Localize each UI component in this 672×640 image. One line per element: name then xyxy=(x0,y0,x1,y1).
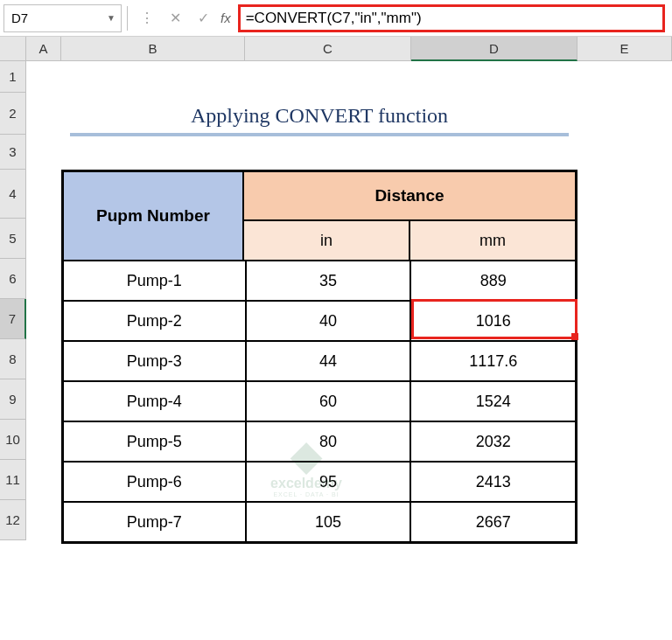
formula-bar: D7 ▼ ⋮ ✕ ✓ fx =CONVERT(C7,"in","mm") xyxy=(0,0,672,37)
fx-icon[interactable]: fx xyxy=(220,10,231,25)
cell-mm[interactable]: 2032 xyxy=(410,421,576,462)
cell-pump[interactable]: Pump-4 xyxy=(63,381,246,421)
cell-mm[interactable]: 2413 xyxy=(410,462,576,502)
row-header-4[interactable]: 4 xyxy=(0,170,26,219)
row-header-8[interactable]: 8 xyxy=(0,339,26,379)
row-header-12[interactable]: 12 xyxy=(0,500,26,540)
row-header-7[interactable]: 7 xyxy=(0,299,26,339)
header-unit-in[interactable]: in xyxy=(243,220,410,261)
row-header-5[interactable]: 5 xyxy=(0,219,26,259)
name-box[interactable]: D7 ▼ xyxy=(4,4,122,32)
cancel-icon[interactable]: ✕ xyxy=(161,4,189,32)
cell-mm-active[interactable]: 1016 xyxy=(410,301,576,341)
row-header-10[interactable]: 10 xyxy=(0,420,26,460)
header-unit-mm[interactable]: mm xyxy=(410,220,576,261)
cell-mm[interactable]: 889 xyxy=(410,261,576,301)
row-header-2[interactable]: 2 xyxy=(0,93,26,135)
column-headers: A B C D E xyxy=(26,37,672,61)
cell-grid[interactable]: Applying CONVERT function Pupm Number Di… xyxy=(26,61,672,640)
cell-in[interactable]: 95 xyxy=(246,462,411,502)
table-row: Pump-1 35 889 xyxy=(63,261,576,301)
col-header-b[interactable]: B xyxy=(61,37,245,61)
cell-in[interactable]: 35 xyxy=(246,261,411,301)
data-table: Pupm Number Distance in mm Pump-1 35 889 xyxy=(61,170,578,544)
cell-reference: D7 xyxy=(11,10,28,25)
cell-mm[interactable]: 2667 xyxy=(410,502,576,542)
cell-pump[interactable]: Pump-7 xyxy=(63,502,246,542)
cell-mm[interactable]: 1117.6 xyxy=(410,341,576,381)
title-underline xyxy=(70,133,569,136)
row-header-3[interactable]: 3 xyxy=(0,135,26,170)
table-row: Pump-5 80 2032 xyxy=(63,421,576,462)
spreadsheet-area: 1 2 3 4 5 6 7 8 9 10 11 12 A B C D E App… xyxy=(0,37,672,640)
cell-pump[interactable]: Pump-6 xyxy=(63,462,246,502)
cell-pump[interactable]: Pump-5 xyxy=(63,421,246,462)
row-header-6[interactable]: 6 xyxy=(0,259,26,299)
row-header-1[interactable]: 1 xyxy=(0,61,26,93)
row-headers: 1 2 3 4 5 6 7 8 9 10 11 12 xyxy=(0,61,26,540)
select-all-corner[interactable] xyxy=(0,37,26,61)
col-header-c[interactable]: C xyxy=(245,37,411,61)
cell-pump[interactable]: Pump-3 xyxy=(63,341,246,381)
divider xyxy=(127,6,128,31)
cell-in[interactable]: 40 xyxy=(246,301,411,341)
cell-in[interactable]: 60 xyxy=(246,381,411,421)
cell-mm[interactable]: 1524 xyxy=(410,381,576,421)
chevron-down-icon[interactable]: ▼ xyxy=(107,13,116,23)
col-header-d[interactable]: D xyxy=(411,37,578,61)
table-row: Pump-2 40 1016 xyxy=(63,301,576,341)
more-icon[interactable]: ⋮ xyxy=(133,4,161,32)
header-pump-number[interactable]: Pupm Number xyxy=(63,171,243,261)
formula-text: =CONVERT(C7,"in","mm") xyxy=(246,10,422,27)
table-row: Pump-3 44 1117.6 xyxy=(63,341,576,381)
row-header-9[interactable]: 9 xyxy=(0,379,26,420)
table-row: Pump-6 95 2413 xyxy=(63,462,576,502)
cell-pump[interactable]: Pump-1 xyxy=(63,261,246,301)
header-distance[interactable]: Distance xyxy=(243,171,576,220)
table-row: Pump-7 105 2667 xyxy=(63,502,576,542)
col-header-a[interactable]: A xyxy=(26,37,61,61)
confirm-icon[interactable]: ✓ xyxy=(189,4,217,32)
col-header-e[interactable]: E xyxy=(578,37,672,61)
cell-in[interactable]: 105 xyxy=(246,502,411,542)
cell-in[interactable]: 44 xyxy=(246,341,411,381)
formula-input[interactable]: =CONVERT(C7,"in","mm") xyxy=(238,4,665,32)
cell-in[interactable]: 80 xyxy=(246,421,411,462)
cell-pump[interactable]: Pump-2 xyxy=(63,301,246,341)
page-title: Applying CONVERT function xyxy=(61,93,578,131)
table-row: Pump-4 60 1524 xyxy=(63,381,576,421)
row-header-11[interactable]: 11 xyxy=(0,460,26,500)
